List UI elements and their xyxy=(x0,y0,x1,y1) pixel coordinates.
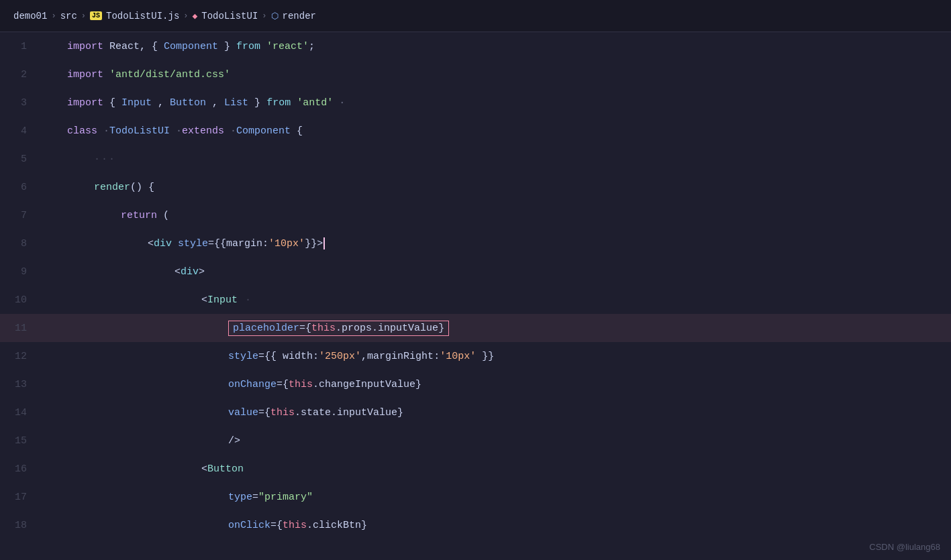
line-content-16[interactable]: <Button xyxy=(40,463,951,475)
line-content-12[interactable]: style={{ width:'250px',marginRight:'10px… xyxy=(40,351,951,362)
line-content-9[interactable]: <div> xyxy=(40,266,951,278)
line-number-15: 15 xyxy=(0,435,40,447)
line-number-7: 7 xyxy=(0,210,40,221)
line-number-10: 10 xyxy=(0,294,40,306)
line-content-14[interactable]: value={this.state.inputValue} xyxy=(40,407,951,418)
code-line-9: 9<div> xyxy=(0,258,951,286)
breadcrumb-sep4: › xyxy=(262,11,266,21)
line-number-13: 13 xyxy=(0,379,40,390)
code-line-2: 2import 'antd/dist/antd.css' xyxy=(0,60,951,89)
code-line-8: 8<div style={{margin:'10px'}}> xyxy=(0,229,951,258)
line-content-15[interactable]: /> xyxy=(40,435,951,447)
breadcrumb: demo01 › src › JS TodoListUI.js › ◆ Todo… xyxy=(0,0,951,32)
code-line-7: 7return ( xyxy=(0,201,951,229)
code-line-13: 13onChange={this.changeInputValue} xyxy=(0,370,951,398)
breadcrumb-sep1: › xyxy=(51,11,56,21)
code-line-14: 14value={this.state.inputValue} xyxy=(0,398,951,427)
line-number-17: 17 xyxy=(0,492,40,503)
code-line-18: 18onClick={this.clickBtn} xyxy=(0,511,951,539)
code-line-6: 6render() { xyxy=(0,173,951,201)
code-line-11: 11placeholder={this.props.inputValue} xyxy=(0,314,951,342)
component-icon: ◆ xyxy=(192,11,197,21)
code-line-16: 16<Button xyxy=(0,455,951,483)
code-line-15: 15/> xyxy=(0,427,951,455)
code-line-10: 10<Input · xyxy=(0,286,951,314)
line-number-8: 8 xyxy=(0,238,40,249)
code-line-12: 12style={{ width:'250px',marginRight:'10… xyxy=(0,342,951,370)
code-line-5: 5··· xyxy=(0,145,951,173)
line-content-8[interactable]: <div style={{margin:'10px'}}> xyxy=(40,237,951,249)
code-line-3: 3import { Input , Button , List } from '… xyxy=(0,89,951,117)
code-line-17: 17type="primary" xyxy=(0,483,951,511)
line-number-4: 4 xyxy=(0,125,40,137)
breadcrumb-file[interactable]: TodoListUI.js xyxy=(106,11,179,21)
line-content-3[interactable]: import { Input , Button , List } from 'a… xyxy=(40,97,951,109)
watermark: CSDN @liulang68 xyxy=(869,542,940,552)
line-content-7[interactable]: return ( xyxy=(40,210,951,221)
line-content-4[interactable]: class ·TodoListUI ·extends ·Component { xyxy=(40,125,951,137)
line-number-9: 9 xyxy=(0,266,40,278)
line-number-6: 6 xyxy=(0,182,40,193)
line-content-10[interactable]: <Input · xyxy=(40,294,951,306)
line-content-5[interactable]: ··· xyxy=(40,154,951,165)
js-icon: JS xyxy=(90,11,102,20)
line-number-18: 18 xyxy=(0,520,40,531)
breadcrumb-component[interactable]: TodoListUI xyxy=(201,11,258,21)
code-line-1: 1import React, { Component } from 'react… xyxy=(0,32,951,60)
render-icon: ⬡ xyxy=(271,11,279,21)
line-content-6[interactable]: render() { xyxy=(40,182,951,193)
line-content-17[interactable]: type="primary" xyxy=(40,492,951,503)
line-content-18[interactable]: onClick={this.clickBtn} xyxy=(40,520,951,531)
line-content-11[interactable]: placeholder={this.props.inputValue} xyxy=(40,321,951,336)
breadcrumb-project[interactable]: demo01 xyxy=(13,11,47,21)
line-number-2: 2 xyxy=(0,69,40,80)
line-number-11: 11 xyxy=(0,323,40,334)
breadcrumb-src[interactable]: src xyxy=(60,11,77,21)
line-number-3: 3 xyxy=(0,97,40,109)
code-line-4: 4class ·TodoListUI ·extends ·Component { xyxy=(0,117,951,145)
line-number-1: 1 xyxy=(0,41,40,52)
code-editor: 1import React, { Component } from 'react… xyxy=(0,32,951,560)
line-number-14: 14 xyxy=(0,407,40,418)
breadcrumb-sep3: › xyxy=(183,11,188,21)
line-number-5: 5 xyxy=(0,154,40,165)
line-number-12: 12 xyxy=(0,351,40,362)
line-number-16: 16 xyxy=(0,463,40,475)
line-content-1[interactable]: import React, { Component } from 'react'… xyxy=(40,41,951,52)
breadcrumb-method[interactable]: render xyxy=(283,11,316,21)
line-content-2[interactable]: import 'antd/dist/antd.css' xyxy=(40,69,951,80)
breadcrumb-sep2: › xyxy=(81,11,86,21)
line-content-13[interactable]: onChange={this.changeInputValue} xyxy=(40,379,951,390)
